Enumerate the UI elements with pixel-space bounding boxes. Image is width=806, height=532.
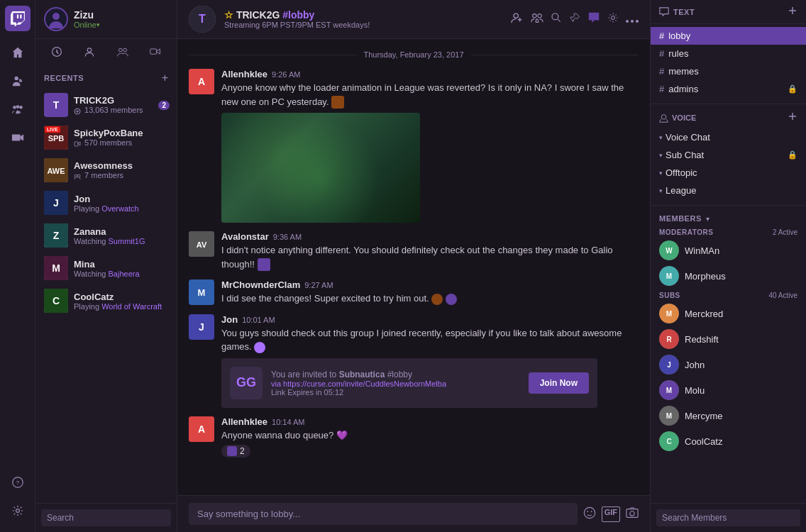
svg-text:M: M [666,310,672,318]
voice-channel-voicechat[interactable]: ▾ Voice Chat [651,128,806,146]
member-avatar: C [659,431,679,451]
arrow-icon: ▾ [659,152,663,159]
svg-text:A: A [198,76,205,87]
member-redshift[interactable]: R Redshift [651,326,806,352]
members-header: MEMBERS ▾ [651,209,806,226]
nav-groups-icon[interactable] [5,96,31,122]
moderators-label: MODERATORS [659,228,713,236]
right-panel: TEXT # lobby # rules # memes # admins 🔒 … [650,0,806,532]
member-merckred[interactable]: M Merckred [651,301,806,326]
reaction-button[interactable]: 2 [221,445,250,458]
text-label: TEXT [673,8,695,16]
add-friend-icon[interactable] [511,11,524,27]
camera-button[interactable] [626,506,639,522]
add-voice-channel-button[interactable] [788,111,797,124]
nav-home-icon[interactable] [5,40,31,65]
sidebar-tab-friends[interactable] [74,42,105,62]
pin-icon[interactable] [569,12,580,26]
member-coolcatz-right[interactable]: C CoolCatz [651,428,806,454]
svg-point-0 [14,77,18,80]
sidebar-tab-groups[interactable] [107,42,138,62]
svg-point-13 [123,48,126,52]
message-body: Avalonstar 9:36 AM I didn't notice anyth… [221,231,639,271]
sidebar-search-input[interactable] [41,509,171,526]
nav-friends-icon[interactable] [5,68,31,94]
voice-channel-name: Voice Chat [666,132,710,143]
user-status[interactable]: Online [74,21,100,29]
voice-channel-offtopic[interactable]: ▾ Offtopic [651,164,806,182]
search-icon[interactable] [551,12,562,26]
channel-memes[interactable]: # memes [651,62,806,80]
nav-video-icon[interactable] [5,125,31,150]
message-row: AV Avalonstar 9:36 AM I didn't notice an… [177,227,650,275]
member-winman[interactable]: W WinMAn [651,238,806,263]
arrow-icon: ▾ [659,170,663,177]
add-channel-button[interactable] [788,6,797,18]
sidebar-item-info: Mina Watching Bajheera [74,259,140,278]
message-body: Allenhklee 10:14 AM Anyone wanna duo que… [221,416,639,460]
channel-name: lobby [668,31,690,41]
member-morpheus[interactable]: M Morpheus [651,263,806,289]
panel-divider-2 [651,205,806,206]
sidebar-item-zanana[interactable]: Z Zanana Watching Summit1G [35,219,177,252]
sidebar-item-sub: Playing Overwatch [74,204,139,213]
gif-button[interactable]: GIF [602,506,620,522]
chat-input[interactable] [189,503,578,525]
sidebar-item-sub: 13,063 members [74,106,143,114]
channel-name: rules [668,48,688,59]
sidebar-tab-recent[interactable] [41,42,72,62]
chat-input-area: GIF [177,495,650,532]
emote-icon [446,294,457,305]
sidebar-item-awesomness[interactable]: AWE Awesomness 7 members [35,154,177,187]
sidebar-item-avatar: Z [44,223,68,248]
member-mercyme[interactable]: M Mercyme [651,403,806,428]
sidebar-item-info: Jon Playing Overwatch [74,194,139,213]
voice-channel-league[interactable]: ▾ League [651,182,806,199]
sidebar-item-trick2g[interactable]: T TRICK2G 13,063 members 2 [35,89,177,121]
nav-help-icon[interactable]: ? [5,470,31,495]
svg-point-38 [552,13,558,20]
voice-title: VOICE [672,113,696,122]
nav-settings-icon[interactable] [5,498,31,523]
channel-admins[interactable]: # admins 🔒 [651,80,806,98]
sidebar-item-coolcatz[interactable]: C CoolCatz Playing World of Warcraft [35,284,177,317]
svg-text:AWE: AWE [47,167,65,175]
channel-lobby[interactable]: # lobby [651,27,806,45]
add-recent-button[interactable]: + [162,72,168,84]
member-search-input[interactable] [656,509,800,526]
members-icon[interactable] [531,11,543,27]
sidebar-list: T TRICK2G 13,063 members 2 SPB LIVE Spic… [35,89,177,503]
arrow-icon: ▾ [659,187,663,194]
emoji-button[interactable] [583,506,596,522]
emote-icon [331,96,344,109]
member-john[interactable]: J John [651,352,806,377]
channel-rules[interactable]: # rules [651,45,806,62]
username: Zizu [74,9,100,21]
sidebar: Zizu Online RECENTS + T TRICK2G [35,0,177,532]
svg-text:J: J [53,197,59,209]
svg-rect-4 [11,135,20,141]
invite-card: GG You are invited to Subnautica #lobby … [221,358,597,408]
sidebar-item-sub: Playing World of Warcraft [74,302,162,311]
member-name: CoolCatz [685,436,722,447]
svg-text:A: A [198,423,205,435]
sidebar-item-mina[interactable]: M Mina Watching Bajheera [35,252,177,284]
sidebar-item-avatar: AWE [44,158,68,182]
sidebar-item-jon[interactable]: J Jon Playing Overwatch [35,187,177,219]
message-header: MrChownderClam 9:27 AM [221,279,639,290]
sidebar-item-spicky[interactable]: SPB LIVE SpickyPoxBane 570 members [35,121,177,154]
settings-icon[interactable] [607,12,619,26]
app-logo[interactable] [5,6,31,31]
svg-point-40 [626,20,629,23]
message-author: Allenhklee [221,69,267,79]
join-button[interactable]: Join Now [529,372,589,394]
sidebar-tab-video[interactable] [140,42,171,62]
sidebar-item-game: Bajheera [109,270,140,278]
more-icon[interactable] [626,13,639,26]
member-molu[interactable]: M Molu [651,377,806,403]
channel-avatar: T [189,6,216,33]
chat-icon[interactable] [587,11,600,27]
invite-link[interactable]: via https://curse.com/invite/CuddlesNewb… [271,379,520,388]
voice-channel-subchat[interactable]: ▾ Sub Chat 🔒 [651,146,806,164]
sidebar-user-header: Zizu Online [35,0,177,39]
